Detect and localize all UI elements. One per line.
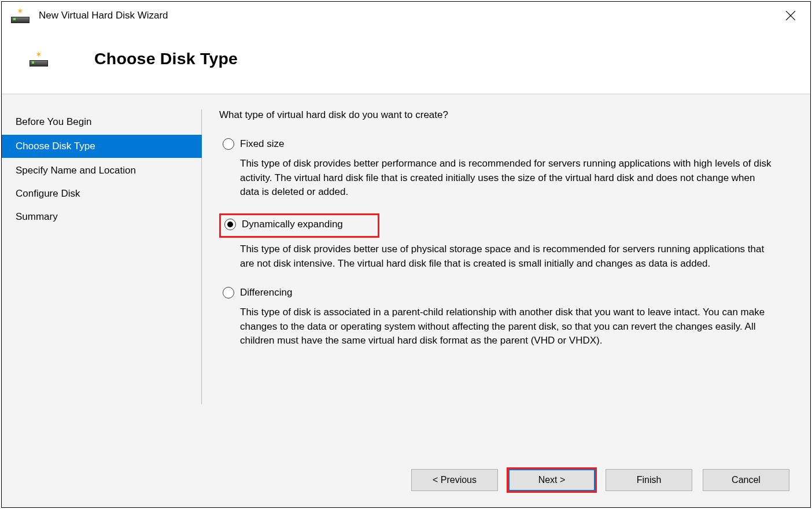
option-dynamically-expanding: Dynamically expanding This type of disk … [219, 213, 788, 271]
wizard-footer: < Previous Next > Finish Cancel [2, 453, 810, 507]
titlebar: ✶ New Virtual Hard Disk Wizard [2, 2, 810, 29]
wizard-header: ✶ Choose Disk Type [2, 29, 810, 94]
option-label[interactable]: Fixed size [240, 138, 285, 150]
step-specify-name-location[interactable]: Specify Name and Location [2, 160, 202, 181]
option-description: This type of disk provides better perfor… [240, 157, 772, 200]
option-label[interactable]: Differencing [240, 287, 292, 298]
disk-icon: ✶ [29, 51, 49, 67]
step-before-you-begin[interactable]: Before You Begin [2, 112, 202, 132]
step-choose-disk-type[interactable]: Choose Disk Type [2, 135, 202, 158]
step-label: Choose Disk Type [16, 141, 95, 152]
disk-icon: ✶ [11, 8, 31, 23]
page-title: Choose Disk Type [94, 49, 238, 68]
step-label: Before You Begin [16, 116, 91, 127]
radio-fixed-size[interactable] [223, 138, 234, 150]
finish-button[interactable]: Finish [606, 469, 692, 491]
step-label: Summary [16, 211, 58, 222]
window-title: New Virtual Hard Disk Wizard [39, 10, 168, 21]
option-description: This type of disk provides better use of… [240, 242, 772, 271]
step-configure-disk[interactable]: Configure Disk [2, 183, 202, 204]
radio-dynamically-expanding[interactable] [224, 219, 236, 230]
option-label[interactable]: Dynamically expanding [242, 219, 343, 230]
step-summary[interactable]: Summary [2, 206, 202, 227]
radio-differencing[interactable] [223, 287, 234, 298]
previous-button[interactable]: < Previous [411, 469, 498, 491]
cancel-button[interactable]: Cancel [703, 469, 789, 491]
wizard-window: ✶ New Virtual Hard Disk Wizard ✶ Choose … [1, 1, 811, 508]
step-label: Specify Name and Location [16, 165, 136, 176]
close-icon[interactable] [779, 6, 802, 25]
wizard-page-body: What type of virtual hard disk do you wa… [202, 94, 810, 453]
option-description: This type of disk is associated in a par… [240, 305, 772, 348]
next-button[interactable]: Next > [508, 469, 595, 491]
prompt-text: What type of virtual hard disk do you wa… [219, 109, 788, 121]
option-differencing: Differencing This type of disk is associ… [219, 285, 788, 348]
step-label: Configure Disk [16, 188, 80, 199]
wizard-steps-sidebar: Before You Begin Choose Disk Type Specif… [2, 94, 202, 453]
content-area: Before You Begin Choose Disk Type Specif… [2, 94, 810, 453]
option-fixed-size: Fixed size This type of disk provides be… [219, 136, 788, 200]
